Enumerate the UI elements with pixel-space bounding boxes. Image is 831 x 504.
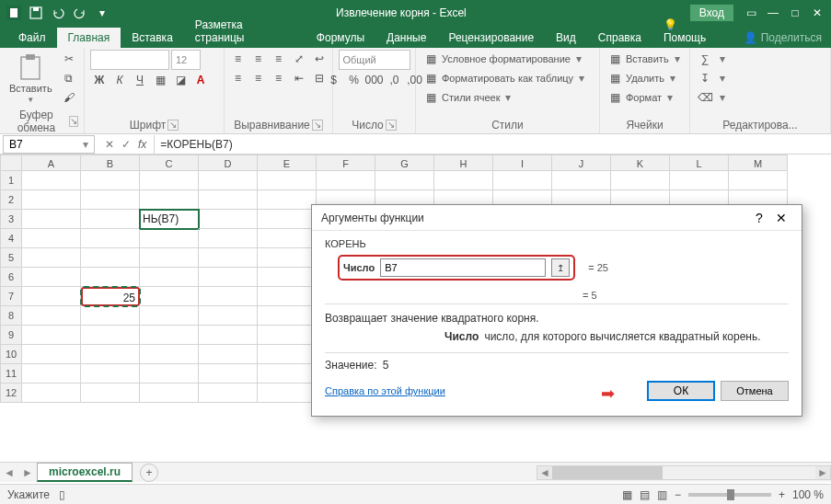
view-layout-icon[interactable]: ▤ [640, 488, 650, 501]
orientation-icon[interactable]: ⤢ [290, 50, 308, 68]
sheet-nav-next-icon[interactable]: ► [18, 466, 37, 479]
cell[interactable] [140, 268, 199, 287]
cell[interactable] [22, 287, 81, 306]
cell[interactable] [258, 171, 317, 190]
cancel-formula-icon[interactable]: ✕ [105, 138, 114, 151]
tab-assist[interactable]: 💡Помощь [652, 15, 734, 48]
autosum-icon[interactable]: ∑ [696, 50, 714, 68]
cell[interactable] [22, 190, 81, 210]
row-header[interactable]: 10 [0, 345, 22, 364]
dialog-close-icon[interactable]: ✕ [770, 211, 792, 225]
cell[interactable] [199, 268, 258, 287]
cell[interactable] [493, 171, 552, 190]
italic-button[interactable]: К [110, 71, 129, 89]
indent-dec-icon[interactable]: ⇤ [290, 69, 308, 87]
align-mid-icon[interactable]: ≡ [249, 50, 268, 68]
cell[interactable] [199, 287, 258, 306]
collapse-dialog-icon[interactable]: ↥ [551, 258, 570, 277]
col-header[interactable]: I [493, 155, 552, 171]
col-header[interactable]: L [670, 155, 729, 171]
copy-icon[interactable]: ⧉ [60, 69, 78, 87]
minimize-icon[interactable]: — [763, 3, 783, 23]
tab-formulas[interactable]: Формулы [306, 28, 375, 48]
select-all-corner[interactable] [0, 155, 22, 171]
font-launcher[interactable]: ↘ [167, 120, 179, 131]
align-center-icon[interactable]: ≡ [249, 69, 268, 87]
cell[interactable] [81, 345, 140, 364]
zoom-out-icon[interactable]: − [675, 488, 681, 501]
row-header[interactable]: 4 [0, 229, 22, 248]
horizontal-scrollbar[interactable]: ◄► [537, 465, 831, 480]
zoom-in-icon[interactable]: + [779, 488, 785, 501]
maximize-icon[interactable]: □ [785, 3, 805, 23]
fill-color-button[interactable]: ◪ [171, 71, 190, 89]
share-button[interactable]: 👤Поделиться [734, 28, 831, 48]
cell[interactable] [140, 326, 199, 345]
insert-cells-button[interactable]: ▦Вставить▾ [606, 50, 684, 68]
row-header[interactable]: 1 [0, 171, 22, 190]
zoom-value[interactable]: 100 % [792, 488, 824, 501]
format-cells-button[interactable]: ▦Формат▾ [606, 88, 676, 107]
cell[interactable] [22, 384, 81, 403]
cell[interactable] [199, 229, 258, 248]
inc-decimal-icon[interactable]: ,0 [386, 71, 404, 89]
cell[interactable] [140, 364, 199, 384]
cell-styles-button[interactable]: ▦Стили ячеек▾ [421, 88, 514, 107]
redo-icon[interactable] [70, 3, 90, 23]
tab-help[interactable]: Справка [587, 28, 652, 48]
cell[interactable] [140, 190, 199, 210]
tab-data[interactable]: Данные [375, 28, 437, 48]
borders-button[interactable]: ▦ [151, 71, 169, 89]
col-header[interactable]: J [552, 155, 611, 171]
wrap-text-icon[interactable]: ↩ [310, 50, 329, 68]
row-header[interactable]: 11 [0, 364, 22, 384]
cell[interactable] [729, 171, 788, 190]
cell[interactable] [199, 190, 258, 210]
row-header[interactable]: 8 [0, 306, 22, 326]
align-right-icon[interactable]: ≡ [270, 69, 288, 87]
add-sheet-button[interactable]: + [140, 464, 158, 482]
format-table-button[interactable]: ▦Форматировать как таблицу▾ [421, 69, 588, 87]
undo-icon[interactable] [48, 3, 68, 23]
fill-icon[interactable]: ↧ [696, 69, 714, 87]
name-box[interactable]: B7▾ [3, 135, 95, 154]
dialog-help-icon[interactable]: ? [748, 211, 770, 225]
cell[interactable] [140, 248, 199, 268]
align-launcher[interactable]: ↘ [312, 120, 323, 131]
cell[interactable] [199, 326, 258, 345]
cell[interactable] [199, 364, 258, 384]
cell[interactable] [258, 268, 317, 287]
cell[interactable] [81, 248, 140, 268]
col-header[interactable]: F [317, 155, 375, 171]
cell[interactable] [22, 326, 81, 345]
cell[interactable] [22, 364, 81, 384]
cell[interactable] [140, 171, 199, 190]
col-header[interactable]: A [22, 155, 81, 171]
col-header[interactable]: M [729, 155, 788, 171]
format-painter-icon[interactable]: 🖌 [60, 88, 78, 107]
cell[interactable] [140, 287, 199, 306]
font-color-button[interactable]: А [191, 71, 210, 89]
col-header[interactable]: G [375, 155, 434, 171]
col-header[interactable]: B [81, 155, 140, 171]
align-bot-icon[interactable]: ≡ [270, 50, 288, 68]
row-header[interactable]: 7 [0, 287, 22, 306]
cell[interactable] [670, 171, 729, 190]
formula-input[interactable]: =КОРЕНЬ(B7) [154, 135, 831, 154]
view-normal-icon[interactable]: ▦ [622, 488, 632, 501]
cell[interactable] [22, 248, 81, 268]
cell[interactable] [552, 171, 611, 190]
cell[interactable] [199, 306, 258, 326]
cell[interactable] [258, 384, 317, 403]
paste-button[interactable]: Вставить▼ [6, 52, 56, 106]
font-size-combo[interactable]: 12 [171, 50, 201, 70]
cell[interactable] [81, 384, 140, 403]
cell[interactable] [81, 171, 140, 190]
row-header[interactable]: 9 [0, 326, 22, 345]
delete-cells-button[interactable]: ▦Удалить▾ [606, 69, 679, 87]
col-header[interactable]: E [258, 155, 317, 171]
col-header[interactable]: C [140, 155, 199, 171]
clipboard-launcher[interactable]: ↘ [69, 116, 78, 127]
col-header[interactable]: K [611, 155, 670, 171]
cell[interactable] [81, 326, 140, 345]
